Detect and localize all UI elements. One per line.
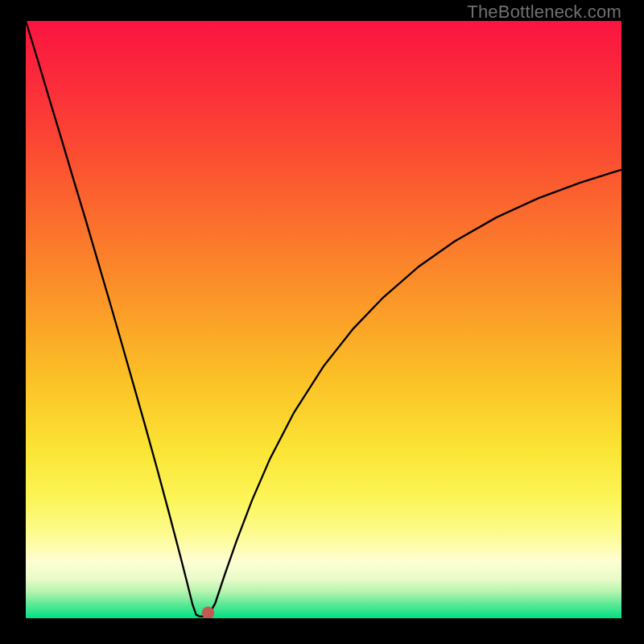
- plot-area: [26, 21, 621, 618]
- bottleneck-chart: [26, 21, 621, 618]
- chart-frame: TheBottleneck.com: [0, 0, 644, 644]
- watermark-text: TheBottleneck.com: [467, 2, 621, 23]
